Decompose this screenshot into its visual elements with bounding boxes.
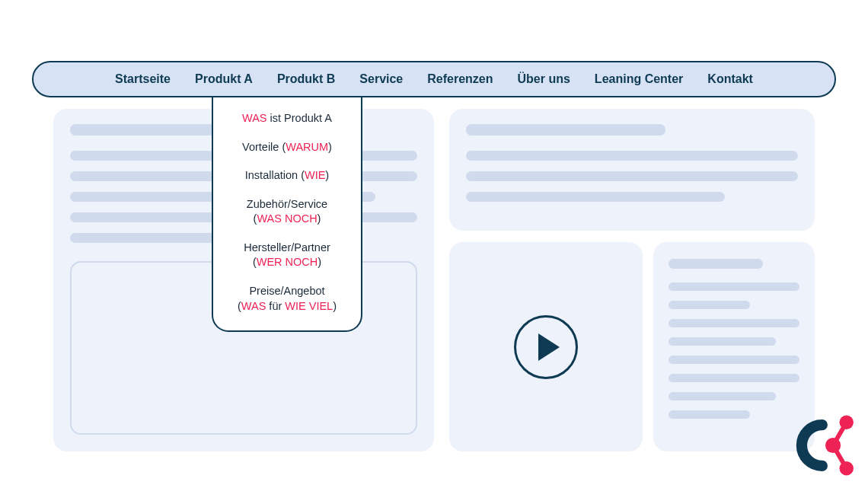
- video-panel: [449, 242, 643, 451]
- main-nav: Startseite Produkt A Produkt B Service R…: [32, 61, 836, 97]
- dropdown-item-preise[interactable]: Preise/Angebot(WAS für WIE VIEL): [221, 284, 353, 314]
- nav-item-leaning-center[interactable]: Leaning Center: [595, 72, 683, 86]
- dropdown-produkt-a: WAS ist Produkt A Vorteile (WARUM) Insta…: [212, 97, 362, 332]
- nav-item-ueber-uns[interactable]: Über uns: [518, 72, 570, 86]
- nav-item-service[interactable]: Service: [359, 72, 403, 86]
- nav-item-produkt-b[interactable]: Produkt B: [277, 72, 335, 86]
- nav-item-referenzen[interactable]: Referenzen: [427, 72, 493, 86]
- dropdown-item-vorteile[interactable]: Vorteile (WARUM): [221, 140, 353, 155]
- nav-item-kontakt[interactable]: Kontakt: [707, 72, 753, 86]
- skeleton-list: [669, 259, 799, 419]
- brand-logo-icon: [793, 413, 857, 477]
- content-panel-right-list: [653, 242, 815, 451]
- play-button[interactable]: [514, 315, 578, 379]
- dropdown-item-hersteller[interactable]: Hersteller/Partner(WER NOCH): [221, 241, 353, 270]
- dropdown-item-was[interactable]: WAS ist Produkt A: [221, 111, 353, 126]
- skeleton-paragraph: [466, 124, 798, 212]
- nav-item-startseite[interactable]: Startseite: [115, 72, 171, 86]
- play-icon: [538, 333, 560, 361]
- nav-item-produkt-a[interactable]: Produkt A: [195, 72, 253, 86]
- content-panel-right-top: [449, 109, 815, 231]
- dropdown-item-installation[interactable]: Installation (WIE): [221, 168, 353, 183]
- dropdown-item-zubehoer[interactable]: Zubehör/Service(WAS NOCH): [221, 197, 353, 227]
